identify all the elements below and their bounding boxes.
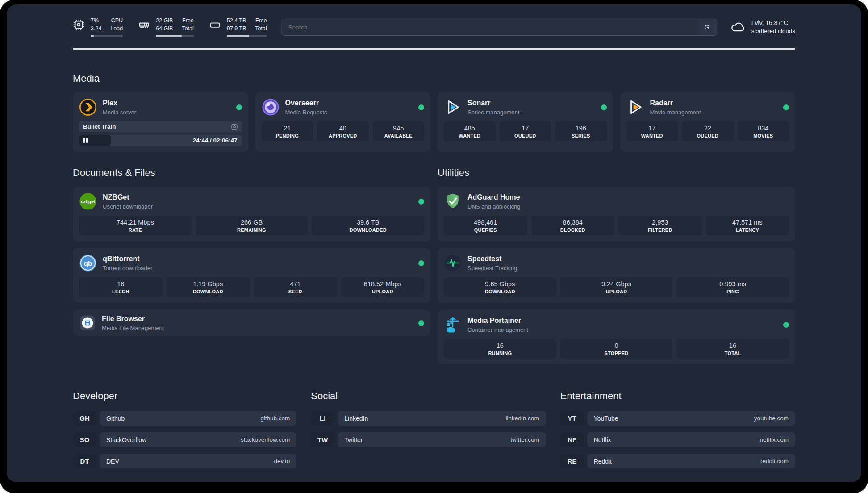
bookmark-netflix[interactable]: NF Netflix netflix.com: [560, 432, 795, 447]
app-card-plex[interactable]: Plex Media server Bullet Train 24: [73, 92, 248, 152]
disk-stat: 52.4 TB 97.9 TB Free Total: [209, 17, 267, 37]
app-card-speedtest[interactable]: Speedtest Speedtest Tracking 9.65 Gbps D…: [438, 248, 795, 303]
portainer-logo-icon: [444, 316, 462, 334]
section-title-developer: Developer: [73, 390, 296, 402]
app-card-filebrowser[interactable]: File Browser Media File Management: [73, 310, 430, 336]
app-description: Series management: [467, 109, 519, 116]
now-playing-row: Bullet Train: [79, 121, 242, 132]
bookmark-abbr: RE: [560, 454, 584, 468]
app-description: Usenet downloader: [103, 203, 153, 210]
nzbget-logo-icon: nzbget: [79, 192, 97, 210]
app-description: Movie management: [650, 109, 701, 116]
status-dot-online: [783, 104, 789, 110]
section-title-entertainment: Entertainment: [560, 390, 795, 402]
app-card-portainer[interactable]: Media Portainer Container management 16 …: [438, 310, 795, 364]
search-input[interactable]: [282, 20, 697, 35]
disk-total-label: Total: [255, 25, 267, 33]
cpu-usage-value: 7%: [91, 17, 101, 25]
stat-tile: 17 WANTED: [626, 121, 678, 141]
bookmark-stackoverflow[interactable]: SO StackOverflow stackoverflow.com: [73, 432, 296, 447]
system-stats: 7% 3.24 CPU Load: [73, 17, 267, 37]
app-name: Media Portainer: [467, 316, 528, 325]
app-description: Media server: [103, 109, 136, 116]
app-card-radarr[interactable]: Radarr Movie management 17 WANTED 22 QUE…: [620, 92, 796, 152]
bookmark-url: dev.to: [274, 458, 290, 464]
bookmark-github[interactable]: GH Github github.com: [73, 411, 296, 426]
bookmark-url: stackoverflow.com: [241, 436, 290, 443]
bookmark-url: github.com: [260, 415, 290, 422]
memory-total-value: 64 GiB: [156, 25, 173, 33]
bookmark-linkedin[interactable]: LI LinkedIn linkedin.com: [311, 411, 546, 426]
app-card-overseerr[interactable]: Overseerr Media Requests 21 PENDING 40 A…: [255, 92, 431, 152]
stat-tile: 47.571 ms LATENCY: [706, 216, 789, 235]
app-description: Media File Management: [102, 325, 164, 331]
stat-tile: 0.993 ms PING: [676, 277, 789, 297]
playback-time: 24:44 / 02:06:47: [193, 137, 242, 144]
bookmark-youtube[interactable]: YT YouTube youtube.com: [560, 411, 795, 426]
stat-tile: 86,384 BLOCKED: [531, 216, 615, 235]
search-engine-button[interactable]: G: [697, 20, 717, 35]
bookmark-name: StackOverflow: [106, 436, 146, 443]
app-name: AdGuard Home: [467, 193, 521, 201]
memory-total-label: Total: [182, 25, 193, 33]
app-description: Speedtest Tracking: [467, 265, 517, 272]
disk-icon: [209, 17, 221, 37]
bookmark-url: linkedin.com: [506, 415, 539, 422]
bookmark-abbr: DT: [73, 454, 96, 468]
stat-tile: 39.6 TB DOWNLOADED: [312, 216, 424, 235]
section-title-documents: Documents & Files: [73, 167, 430, 179]
bookmark-reddit[interactable]: RE Reddit reddit.com: [560, 454, 795, 468]
app-card-adguard[interactable]: AdGuard Home DNS and adblocking 498,461 …: [438, 187, 795, 241]
utilities-column: Utilities AdGuard Home: [438, 167, 795, 364]
app-description: DNS and adblocking: [467, 203, 521, 210]
bookmark-abbr: GH: [73, 411, 96, 426]
bookmark-dev[interactable]: DT DEV dev.to: [73, 454, 296, 468]
app-card-nzbget[interactable]: nzbget NZBGet Usenet downloader 744.21 M…: [73, 187, 430, 241]
status-dot-online: [236, 104, 242, 110]
documents-column: Documents & Files nzbget NZBGet U: [73, 167, 430, 336]
header-divider: [73, 48, 795, 50]
stat-tile: 21 PENDING: [262, 121, 313, 141]
bookmark-group-social: Social LI LinkedIn linkedin.com TW Twitt…: [311, 390, 546, 468]
speedtest-logo-icon: [444, 254, 462, 272]
app-description: Media Requests: [285, 109, 327, 116]
app-name: File Browser: [102, 314, 164, 323]
top-bar: 7% 3.24 CPU Load: [73, 16, 795, 38]
app-card-qbittorrent[interactable]: qb qBittorrent Torrent downloader 16 LEE…: [73, 248, 430, 303]
stat-tile: 471 SEED: [254, 277, 337, 297]
app-name: Speedtest: [467, 255, 517, 263]
status-dot-online: [418, 199, 424, 205]
section-title-media: Media: [73, 73, 795, 84]
sonarr-logo-icon: [444, 98, 462, 116]
bookmark-url: netflix.com: [760, 436, 789, 443]
stat-tile: 744.21 Mbps RATE: [79, 216, 192, 235]
app-name: Overseerr: [285, 99, 327, 107]
memory-stat: 22 GiB 64 GiB Free Total: [138, 17, 194, 37]
stat-tile: 196 SERIES: [555, 121, 607, 141]
bookmark-twitter[interactable]: TW Twitter twitter.com: [311, 432, 546, 447]
memory-free-value: 22 GiB: [156, 17, 173, 25]
cpu-label: CPU: [110, 17, 123, 25]
bookmark-name: Reddit: [594, 458, 612, 465]
bookmark-url: reddit.com: [760, 458, 789, 464]
playback-progress-bar: 24:44 / 02:06:47: [79, 135, 242, 146]
bookmark-abbr: YT: [560, 411, 584, 426]
stat-tile: 17 QUEUED: [500, 121, 551, 141]
stat-tile: 16 RUNNING: [444, 339, 556, 359]
stat-tile: 1.19 Gbps DOWNLOAD: [167, 277, 250, 297]
stat-tile: 0 STOPPED: [560, 339, 673, 359]
bookmark-url: youtube.com: [754, 415, 789, 422]
memory-free-label: Free: [182, 17, 193, 25]
app-card-sonarr[interactable]: Sonarr Series management 485 WANTED 17 Q…: [438, 92, 613, 152]
bookmark-name: YouTube: [594, 415, 618, 422]
load-label: Load: [110, 25, 123, 33]
media-card-grid: Plex Media server Bullet Train 24: [73, 92, 795, 152]
cpu-load-value: 3.24: [91, 25, 101, 33]
pause-button[interactable]: [79, 135, 111, 146]
status-dot-online: [418, 320, 424, 326]
bookmark-group-developer: Developer GH Github github.com SO StackO…: [73, 390, 296, 468]
stat-tile: 834 MOVIES: [738, 121, 789, 141]
weather-condition: scattered clouds: [751, 27, 795, 35]
cpu-icon: [73, 17, 85, 37]
bookmark-abbr: NF: [560, 432, 584, 447]
